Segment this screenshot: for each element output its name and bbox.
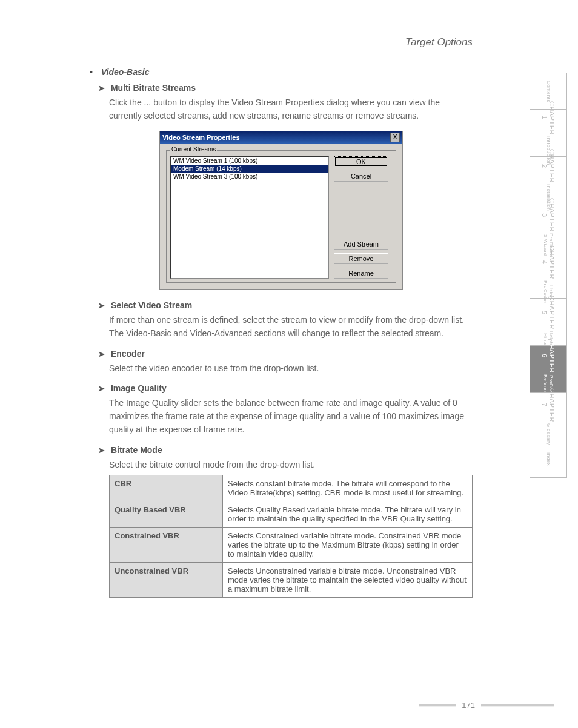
subsection-title: Image Quality: [111, 383, 167, 393]
mode-name: Quality Based VBR: [110, 501, 223, 528]
tab-big-label: CHAPTER 7: [541, 388, 556, 422]
bitrate-mode-table: CBR Selects constant bitrate mode. The b…: [109, 475, 473, 598]
tab-chapter-2[interactable]: CHAPTER 2 Installation: [530, 156, 566, 204]
page-header-title: Target Options: [85, 36, 473, 51]
footer-line-icon: [419, 704, 456, 707]
tab-index[interactable]: Index: [530, 440, 566, 477]
subsection-title: Encoder: [111, 349, 145, 359]
subsection-image-quality: ➤ Image Quality The Image Quality slider…: [98, 383, 473, 436]
tab-big-label: CHAPTER 5: [541, 296, 556, 329]
table-row: Quality Based VBR Selects Quality Based …: [110, 501, 473, 528]
ok-button[interactable]: OK: [334, 156, 388, 167]
tab-big-label: CHAPTER 2: [541, 149, 556, 183]
page-footer: 171: [419, 701, 554, 710]
arrow-icon: ➤: [98, 349, 105, 359]
rename-button[interactable]: Rename: [334, 268, 388, 279]
chapter-tabs: Contents CHAPTER 1 Introduction CHAPTER …: [530, 73, 567, 478]
dialog-title: Video Stream Properties: [162, 134, 240, 141]
subsection-bitrate-mode: ➤ Bitrate Mode Select the bitrate contro…: [98, 445, 473, 598]
video-stream-properties-dialog: Video Stream Properties X Current Stream…: [159, 131, 403, 290]
footer-line-icon: [481, 704, 554, 707]
subsection-select-video-stream: ➤ Select Video Stream If more than one s…: [98, 300, 473, 340]
tab-chapter-5[interactable]: CHAPTER 5 Helpful Hints: [530, 298, 566, 345]
section-root-label: Video-Basic: [101, 67, 150, 77]
arrow-icon: ➤: [98, 446, 105, 455]
mode-name: Unconstrained VBR: [110, 563, 223, 598]
table-row: Constrained VBR Selects Constrained vari…: [110, 528, 473, 563]
tab-small-label: Index: [546, 452, 551, 466]
list-item[interactable]: WM Video Stream 3 (100 kbps): [171, 173, 328, 180]
tab-chapter-4[interactable]: CHAPTER 4 Using ProCoder: [530, 251, 566, 298]
list-item[interactable]: Modem Stream (14 kbps): [171, 165, 328, 173]
subsection-body: Click the ... button to display the Vide…: [109, 96, 473, 122]
arrow-icon: ➤: [98, 384, 105, 393]
remove-button[interactable]: Remove: [334, 253, 388, 264]
subsection-multi-bitrate: ➤ Multi Bitrate Streams Click the ... bu…: [98, 83, 473, 122]
tab-big-label: CHAPTER 4: [541, 245, 556, 279]
tab-chapter-7[interactable]: CHAPTER 7 Glossary: [530, 392, 566, 440]
subsection-title: Multi Bitrate Streams: [111, 83, 196, 93]
page-number: 171: [462, 701, 475, 710]
tab-big-label: CHAPTER 3: [541, 198, 556, 232]
table-row: CBR Selects constant bitrate mode. The b…: [110, 475, 473, 501]
subsection-title: Select Video Stream: [111, 300, 192, 310]
mode-desc: Selects constant bitrate mode. The bitra…: [223, 475, 473, 501]
subsection-title: Bitrate Mode: [111, 445, 162, 455]
section-root: • Video-Basic: [90, 67, 473, 77]
close-icon[interactable]: X: [390, 133, 400, 142]
mode-desc: Selects Unconstrained variable bitrate m…: [223, 563, 473, 598]
list-item[interactable]: WM Video Stream 1 (100 kbps): [171, 157, 328, 165]
subsection-body: Select the bitrate control mode from the…: [109, 458, 473, 472]
mode-name: Constrained VBR: [110, 528, 223, 563]
arrow-icon: ➤: [98, 301, 105, 310]
arrow-icon: ➤: [98, 84, 105, 93]
subsection-encoder: ➤ Encoder Select the video encoder to us…: [98, 349, 473, 376]
add-stream-button[interactable]: Add Stream: [334, 239, 388, 250]
mode-desc: Selects Constrained variable bitrate mod…: [223, 528, 473, 563]
subsection-body: If more than one stream is defined, sele…: [109, 314, 473, 340]
tab-small-label: Contents: [546, 81, 551, 102]
dialog-group-label: Current Streams: [170, 146, 217, 153]
stream-list[interactable]: WM Video Stream 1 (100 kbps) Modem Strea…: [170, 156, 329, 279]
cancel-button[interactable]: Cancel: [334, 171, 388, 182]
tab-big-label: CHAPTER 6: [541, 339, 556, 373]
bullet-icon: •: [90, 67, 93, 77]
tab-chapter-3[interactable]: CHAPTER 3 ProCoder 3 Wizard: [530, 204, 566, 251]
table-row: Unconstrained VBR Selects Unconstrained …: [110, 563, 473, 598]
subsection-body: The Image Quality slider sets the balanc…: [109, 397, 473, 436]
mode-desc: Selects Quality Based variable bitrate m…: [223, 501, 473, 528]
subsection-body: Select the video encoder to use from the…: [109, 362, 473, 376]
tab-big-label: CHAPTER 1: [541, 101, 556, 135]
mode-name: CBR: [110, 475, 223, 501]
tab-chapter-6[interactable]: CHAPTER 6 ProCoder Reference: [530, 345, 566, 392]
